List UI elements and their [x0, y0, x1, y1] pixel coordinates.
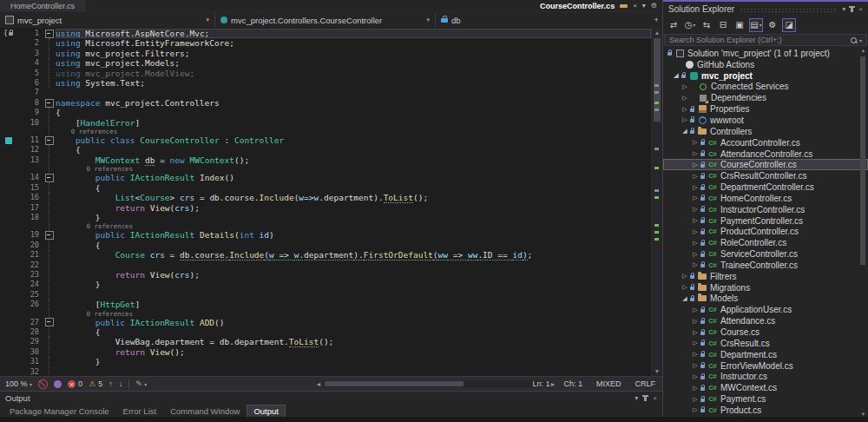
- line-indicator[interactable]: Ln: 1: [532, 379, 549, 388]
- tree-item-department-cs[interactable]: ▷C#Department.cs: [663, 349, 868, 360]
- glyph-margin[interactable]: [0, 203, 19, 213]
- collapse-region-icon[interactable]: [45, 231, 54, 240]
- glyph-margin[interactable]: [0, 327, 19, 337]
- tree-vertical-scrollbar[interactable]: ▲ ▼: [859, 48, 867, 417]
- glyph-margin[interactable]: [0, 337, 19, 346]
- collapse-arrow-icon[interactable]: ◢: [681, 128, 689, 135]
- glyph-margin[interactable]: [0, 241, 19, 250]
- expand-arrow-icon[interactable]: ▷: [691, 195, 700, 201]
- code-line-20[interactable]: 20 {: [0, 241, 651, 250]
- glyph-margin[interactable]: [0, 49, 19, 58]
- gear-icon[interactable]: ⚙: [651, 3, 657, 10]
- code-cleanup-icon[interactable]: [38, 379, 48, 389]
- tree-item-mwcontext-cs[interactable]: ▷C#MWContext.cs: [663, 382, 868, 393]
- collapse-all-icon[interactable]: ⊟: [716, 18, 730, 32]
- horizontal-scrollbar[interactable]: ◄ ►: [314, 379, 557, 388]
- glyph-margin[interactable]: [0, 270, 19, 280]
- fold-margin[interactable]: [43, 29, 56, 38]
- expand-arrow-icon[interactable]: ▷: [691, 318, 700, 325]
- next-issue-icon[interactable]: ↓: [119, 379, 123, 388]
- tree-item-solution-mvc-project-1-of-1-project-[interactable]: Solution 'mvc_project' (1 of 1 project): [663, 48, 868, 59]
- expand-arrow-icon[interactable]: ▷: [681, 106, 689, 113]
- tree-item-coursecontroller-cs[interactable]: ▷C#CourseController.cs: [663, 159, 868, 170]
- line-ending-indicator[interactable]: CRLF: [635, 379, 655, 388]
- code-line-6[interactable]: 6using System.Text;: [0, 78, 651, 88]
- glyph-margin[interactable]: [0, 183, 19, 193]
- collapse-region-icon[interactable]: [45, 174, 54, 182]
- tree-item-homecontroller-cs[interactable]: ▷C#HomeController.cs: [663, 193, 868, 204]
- tab-command-window[interactable]: Command Window: [164, 406, 246, 417]
- collapse-arrow-icon[interactable]: ◢: [672, 72, 681, 79]
- glyph-margin[interactable]: [0, 69, 19, 78]
- tree-item-departmentcontroller-cs[interactable]: ▷C#DepartmentController.cs: [663, 181, 868, 193]
- expand-arrow-icon[interactable]: ▷: [691, 307, 700, 313]
- code-line-32[interactable]: 32: [0, 367, 651, 376]
- expand-arrow-icon[interactable]: ▷: [691, 217, 700, 224]
- expand-arrow-icon[interactable]: ▷: [691, 228, 700, 235]
- error-count[interactable]: ✕0: [68, 379, 82, 388]
- code-line-17[interactable]: 17 return View(crs);: [0, 203, 651, 213]
- glyph-margin[interactable]: [0, 230, 19, 240]
- tree-item-dependencies[interactable]: ▷Dependencies: [663, 92, 868, 103]
- zoom-dropdown[interactable]: 100 % ▾: [5, 379, 32, 388]
- glyph-margin[interactable]: [0, 58, 19, 68]
- tree-item-crsresult-cs[interactable]: ▷C#CrsResult.cs: [663, 338, 868, 349]
- glyph-margin[interactable]: [0, 222, 19, 230]
- expand-arrow-icon[interactable]: ▷: [691, 406, 700, 413]
- expand-arrow-icon[interactable]: ▷: [691, 139, 700, 146]
- pin-icon[interactable]: [620, 4, 628, 8]
- glyph-margin[interactable]: [0, 300, 19, 309]
- code-line-25[interactable]: 25: [0, 290, 651, 300]
- expand-arrow-icon[interactable]: ▷: [691, 184, 700, 191]
- show-all-files-icon[interactable]: ▤▾: [749, 18, 763, 32]
- code-line-22[interactable]: 22: [0, 260, 651, 270]
- code-line-10[interactable]: 10 [HandelError]: [0, 118, 651, 128]
- chevron-down-icon[interactable]: ▾: [842, 5, 845, 13]
- expand-arrow-icon[interactable]: ▷: [691, 340, 700, 346]
- glyph-margin[interactable]: [0, 213, 19, 222]
- code-line-13[interactable]: 13 MWContext db = new MWContext();: [0, 155, 651, 165]
- expand-arrow-icon[interactable]: ▷: [681, 273, 689, 280]
- glyph-margin[interactable]: [0, 145, 19, 155]
- expand-arrow-icon[interactable]: ▷: [691, 206, 700, 213]
- code-line-31[interactable]: 31 }: [0, 357, 651, 366]
- code-line-27[interactable]: 27 public IActionResult ADD(): [0, 318, 651, 327]
- tree-item-wwwroot[interactable]: ▷wwwroot: [663, 115, 868, 126]
- code-line-14[interactable]: 14 public IActionResult Index(): [0, 173, 651, 182]
- expand-arrow-icon[interactable]: ▷: [681, 95, 689, 102]
- code-line-8[interactable]: 8namespace mvc_project.Controllers: [0, 98, 651, 108]
- code-line-29[interactable]: 29 ViewBag.department = db.department.To…: [0, 337, 651, 346]
- glyph-margin[interactable]: [0, 135, 19, 145]
- tab-homecontroller[interactable]: HomeController.cs: [0, 0, 85, 11]
- tab-coursecontroller[interactable]: CourseController.cs: [540, 2, 615, 10]
- project-dropdown[interactable]: mvc_project ▾: [0, 12, 215, 28]
- member-dropdown[interactable]: db: [436, 12, 650, 28]
- expand-arrow-icon[interactable]: ▷: [681, 83, 689, 90]
- expand-arrow-icon[interactable]: ▷: [691, 261, 700, 268]
- fold-margin[interactable]: [43, 173, 56, 182]
- tab-output[interactable]: Output: [247, 406, 285, 417]
- tree-item-properties[interactable]: ▷Properties: [663, 103, 868, 115]
- tree-item-traineecontroller-cs[interactable]: ▷C#TraineeController.cs: [663, 260, 868, 271]
- collapse-region-icon[interactable]: [45, 99, 54, 108]
- tree-item-models[interactable]: ◢Models: [663, 293, 868, 305]
- tree-item-connected-services[interactable]: ▷Connected Services: [663, 82, 868, 93]
- type-dropdown[interactable]: mvc_project.Controllers.CourseController…: [215, 12, 436, 28]
- glyph-margin[interactable]: [0, 367, 19, 376]
- scroll-down-icon[interactable]: ▼: [652, 368, 662, 374]
- collapse-region-icon[interactable]: [45, 136, 54, 145]
- expand-arrow-icon[interactable]: ▷: [691, 162, 700, 168]
- tree-item-attendance-cs[interactable]: ▷C#Attendance.cs: [663, 315, 868, 326]
- pending-changes-filter-icon[interactable]: ◷▾: [683, 18, 697, 32]
- sync-with-active-document-icon[interactable]: ⇆: [700, 18, 713, 32]
- tab-error-list[interactable]: Error List: [117, 406, 163, 417]
- tree-item-crsresultcontroller-cs[interactable]: ▷C#CrsResultController.cs: [663, 170, 868, 181]
- glyph-margin[interactable]: [0, 193, 19, 202]
- tree-item-accountcontroller-cs[interactable]: ▷C#AccountController.cs: [663, 137, 868, 148]
- code-line-23[interactable]: 23 return View(crs);: [0, 270, 651, 280]
- expand-arrow-icon[interactable]: ▷: [691, 351, 700, 358]
- fold-margin[interactable]: [43, 98, 56, 108]
- tree-item-instructor-cs[interactable]: ▷C#Instructor.cs: [663, 371, 868, 382]
- glyph-margin[interactable]: [0, 38, 19, 48]
- code-editor[interactable]: {1using Microsoft.AspNetCore.Mvc;2using …: [0, 28, 662, 376]
